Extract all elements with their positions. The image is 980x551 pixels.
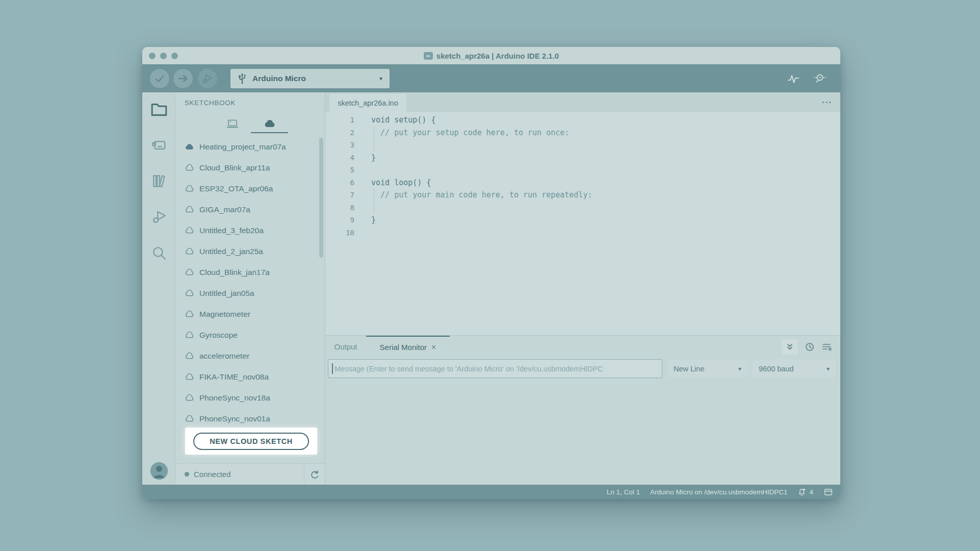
clear-output-button[interactable] — [821, 342, 833, 352]
line-number: 10 — [325, 227, 354, 239]
cloud-icon — [185, 394, 194, 401]
cloud-icon — [185, 164, 194, 171]
more-actions-icon[interactable]: ··· — [822, 97, 840, 112]
tab-sketch-file[interactable]: sketch_apr26a.ino — [329, 94, 406, 112]
zoom-window-button[interactable] — [171, 53, 178, 59]
line-number: 8 — [325, 202, 354, 214]
notification-count: 4 — [809, 488, 813, 496]
sketch-name: PhoneSync_nov01a — [199, 414, 270, 423]
window-title-group: ∞ sketch_apr26a | Arduino IDE 2.1.0 — [424, 52, 559, 60]
tab-local-sketches[interactable] — [214, 115, 251, 133]
sketch-list-item[interactable]: PhoneSync_nov18a — [176, 387, 319, 408]
line-number: 9 — [325, 214, 354, 227]
debug-button[interactable] — [198, 69, 217, 88]
sidebar-scrollbar[interactable] — [319, 138, 323, 258]
sketchbook-panel: SKETCHBOOK — [176, 92, 325, 485]
sketchbook-tabs — [214, 115, 288, 133]
books-icon — [151, 173, 167, 189]
notifications[interactable]: 4 — [797, 488, 813, 496]
code-line: 5 — [325, 164, 840, 177]
baud-rate-dropdown[interactable]: 9600 baud ▾ — [753, 359, 836, 378]
cloud-icon — [185, 185, 194, 192]
line-ending-dropdown[interactable]: New Line ▾ — [667, 359, 747, 378]
sketch-name: Untitled_jan05a — [199, 289, 254, 298]
connection-status-bar: Connected — [176, 463, 325, 485]
editor-column: sketch_apr26a.ino ··· 1 void setup() { 2… — [325, 92, 840, 485]
tab-cloud-sketches[interactable] — [251, 115, 288, 133]
sketch-list-item[interactable]: FIKA-TIME_nov08a — [176, 366, 319, 387]
minimize-window-button[interactable] — [160, 53, 167, 59]
tab-output[interactable]: Output — [325, 336, 366, 358]
sidebar-item-library-manager[interactable] — [142, 173, 175, 189]
sketch-list-item[interactable]: accelerometer — [176, 345, 319, 366]
code-line: 4 } — [325, 152, 840, 164]
sketch-list-item[interactable]: PhoneSync_nov01a — [176, 408, 319, 429]
sketch-list-item[interactable]: Cloud_Blink_apr11a — [176, 157, 319, 178]
code-line: 8 — [325, 202, 840, 214]
title-bar: ∞ sketch_apr26a | Arduino IDE 2.1.0 — [142, 47, 840, 64]
cursor-position[interactable]: Ln 1, Col 1 — [607, 488, 640, 496]
line-content: } — [354, 152, 376, 164]
sketch-list-item[interactable]: Heating_project_mar07a — [176, 136, 319, 157]
board-connection-status[interactable]: Arduino Micro on /dev/cu.usbmodemHIDPC1 — [650, 488, 787, 496]
cloud-icon — [185, 143, 194, 150]
sidebar-item-sketchbook[interactable] — [142, 101, 175, 117]
tab-serial-monitor[interactable]: Serial Monitor × — [366, 336, 450, 358]
line-number: 2 — [325, 127, 354, 139]
sidebar-item-search[interactable] — [142, 245, 175, 261]
serial-message-input[interactable] — [328, 359, 662, 378]
connected-status-dot — [185, 472, 189, 477]
sketch-list-item[interactable]: Untitled_3_feb20a — [176, 220, 319, 241]
code-line: 7 // put your main code here, to run rep… — [325, 189, 840, 202]
code-line: 6 void loop() { — [325, 177, 840, 189]
sketch-name: ESP32_OTA_apr06a — [199, 184, 273, 193]
clock-icon — [805, 342, 815, 352]
debug-icon — [151, 208, 167, 224]
board-selector-dropdown[interactable]: Arduino Micro ▾ — [230, 69, 390, 88]
cloud-icon — [185, 353, 194, 359]
sketch-list-item[interactable]: Cloud_Blink_jan17a — [176, 262, 319, 283]
sketch-list-item[interactable]: Magnetometer — [176, 304, 319, 324]
line-number: 1 — [325, 114, 354, 127]
sketch-list-item[interactable]: Untitled_jan05a — [176, 283, 319, 304]
board-icon — [151, 137, 167, 153]
message-input-wrap — [328, 359, 662, 378]
sidebar-item-boards-manager[interactable] — [142, 137, 175, 153]
code-editor[interactable]: 1 void setup() { 2 // put your setup cod… — [325, 112, 840, 335]
selected-board-label: Arduino Micro — [252, 74, 374, 83]
serial-monitor-button[interactable] — [812, 72, 828, 85]
refresh-icon — [310, 469, 320, 480]
sketch-name: Gyroscope — [199, 331, 238, 340]
sketch-name: Cloud_Blink_jan17a — [199, 268, 270, 277]
timestamp-toggle-button[interactable] — [805, 342, 815, 352]
close-window-button[interactable] — [149, 53, 156, 59]
toolbar-right-icons — [787, 72, 828, 85]
toolbar: Arduino Micro ▾ — [142, 64, 840, 92]
text-cursor — [332, 363, 333, 374]
serial-plotter-button[interactable] — [787, 72, 800, 85]
upload-button[interactable] — [173, 69, 193, 88]
baud-rate-value: 9600 baud — [759, 365, 794, 373]
sketch-name: PhoneSync_nov18a — [199, 393, 270, 403]
close-icon[interactable]: × — [431, 343, 436, 352]
debug-play-bug-icon — [201, 72, 214, 85]
laptop-icon — [226, 118, 239, 130]
sketch-list-item[interactable]: Untitled_2_jan25a — [176, 241, 319, 262]
line-number: 7 — [325, 189, 354, 202]
refresh-button[interactable] — [304, 464, 325, 485]
sketchbook-header: SKETCHBOOK — [185, 99, 236, 107]
user-avatar[interactable] — [150, 462, 168, 480]
cloud-icon — [264, 119, 276, 128]
sketch-list-item[interactable]: GIGA_mar07a — [176, 199, 319, 220]
bottom-panel-tabs: Output Serial Monitor × — [325, 336, 840, 358]
sketch-list-item[interactable]: Gyroscope — [176, 324, 319, 345]
sidebar-item-debug[interactable] — [142, 208, 175, 224]
new-cloud-sketch-button[interactable]: NEW CLOUD SKETCH — [193, 433, 309, 450]
sketch-list-item[interactable]: ESP32_OTA_apr06a — [176, 178, 319, 199]
toggle-panel-button[interactable] — [823, 488, 833, 496]
search-icon — [151, 245, 167, 261]
collapse-panel-button[interactable] — [782, 339, 798, 355]
verify-button[interactable] — [150, 69, 169, 88]
serial-monitor-tab-label: Serial Monitor — [380, 343, 427, 352]
code-line: 2 // put your setup code here, to run on… — [325, 127, 840, 139]
